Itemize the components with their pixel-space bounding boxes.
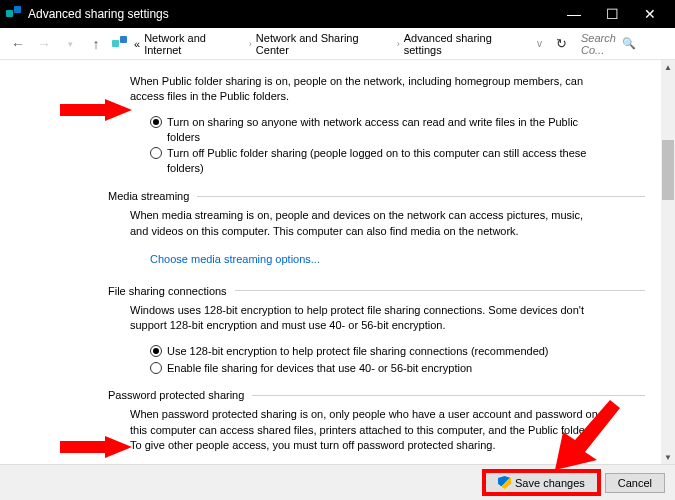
radio-label: Enable file sharing for devices that use… bbox=[167, 361, 472, 376]
content-pane: When Public folder sharing is on, people… bbox=[0, 60, 675, 464]
breadcrumb-item[interactable]: Network and Sharing Center bbox=[256, 32, 393, 56]
maximize-button[interactable]: ☐ bbox=[593, 0, 631, 28]
app-icon bbox=[6, 6, 22, 22]
breadcrumb-item[interactable]: Advanced sharing settings bbox=[404, 32, 531, 56]
chevron-right-icon: › bbox=[397, 39, 400, 49]
section-heading-password: Password protected sharing bbox=[108, 389, 645, 401]
radio-label: Use 128-bit encryption to help protect f… bbox=[167, 344, 549, 359]
search-icon: 🔍 bbox=[622, 37, 663, 50]
location-icon bbox=[112, 36, 128, 52]
heading-label: Media streaming bbox=[108, 190, 189, 202]
divider bbox=[197, 196, 645, 197]
scroll-down-icon[interactable]: ▼ bbox=[661, 450, 675, 464]
up-button[interactable]: ↑ bbox=[86, 34, 106, 54]
close-button[interactable]: ✕ bbox=[631, 0, 669, 28]
recent-dropdown[interactable]: ▾ bbox=[60, 34, 80, 54]
radio-icon bbox=[150, 147, 162, 159]
password-desc: When password protected sharing is on, o… bbox=[130, 407, 600, 453]
divider bbox=[235, 290, 645, 291]
chevron-right-icon: › bbox=[249, 39, 252, 49]
search-placeholder: Search Co... bbox=[581, 32, 622, 56]
scroll-up-icon[interactable]: ▲ bbox=[661, 60, 675, 74]
search-input[interactable]: Search Co... 🔍 bbox=[577, 30, 667, 58]
scrollbar[interactable] bbox=[661, 60, 675, 464]
forward-button[interactable]: → bbox=[34, 34, 54, 54]
minimize-button[interactable]: — bbox=[555, 0, 593, 28]
breadcrumb-prefix: « bbox=[134, 38, 140, 50]
breadcrumb[interactable]: « Network and Internet › Network and Sha… bbox=[134, 32, 531, 56]
section-heading-file-sharing: File sharing connections bbox=[108, 285, 645, 297]
media-options-link[interactable]: Choose media streaming options... bbox=[150, 253, 320, 265]
radio-icon bbox=[150, 362, 162, 374]
save-changes-button[interactable]: Save changes bbox=[484, 471, 599, 494]
breadcrumb-item[interactable]: Network and Internet bbox=[144, 32, 245, 56]
section-heading-media: Media streaming bbox=[108, 190, 645, 202]
radio-label: Turn off Public folder sharing (people l… bbox=[167, 146, 610, 176]
public-folder-desc: When Public folder sharing is on, people… bbox=[130, 74, 600, 105]
radio-icon bbox=[150, 345, 162, 357]
radio-4056bit[interactable]: Enable file sharing for devices that use… bbox=[150, 361, 610, 376]
refresh-button[interactable]: ↻ bbox=[556, 36, 567, 51]
scrollbar-thumb[interactable] bbox=[662, 140, 674, 200]
button-label: Save changes bbox=[515, 477, 585, 489]
titlebar: Advanced sharing settings — ☐ ✕ bbox=[0, 0, 675, 28]
divider bbox=[252, 395, 645, 396]
file-sharing-desc: Windows uses 128-bit encryption to help … bbox=[130, 303, 600, 334]
radio-128bit[interactable]: Use 128-bit encryption to help protect f… bbox=[150, 344, 610, 359]
shield-icon bbox=[498, 476, 511, 489]
back-button[interactable]: ← bbox=[8, 34, 28, 54]
public-folder-options: Turn on sharing so anyone with network a… bbox=[150, 115, 645, 176]
address-dropdown[interactable]: v bbox=[537, 38, 542, 49]
window-title: Advanced sharing settings bbox=[28, 7, 555, 21]
cancel-button[interactable]: Cancel bbox=[605, 473, 665, 493]
button-bar: Save changes Cancel bbox=[0, 464, 675, 500]
heading-label: File sharing connections bbox=[108, 285, 227, 297]
media-desc: When media streaming is on, people and d… bbox=[130, 208, 600, 239]
heading-label: Password protected sharing bbox=[108, 389, 244, 401]
radio-public-on[interactable]: Turn on sharing so anyone with network a… bbox=[150, 115, 610, 145]
button-label: Cancel bbox=[618, 477, 652, 489]
radio-label: Turn on sharing so anyone with network a… bbox=[167, 115, 610, 145]
radio-public-off[interactable]: Turn off Public folder sharing (people l… bbox=[150, 146, 610, 176]
toolbar: ← → ▾ ↑ « Network and Internet › Network… bbox=[0, 28, 675, 60]
file-sharing-options: Use 128-bit encryption to help protect f… bbox=[150, 344, 645, 376]
radio-icon bbox=[150, 116, 162, 128]
